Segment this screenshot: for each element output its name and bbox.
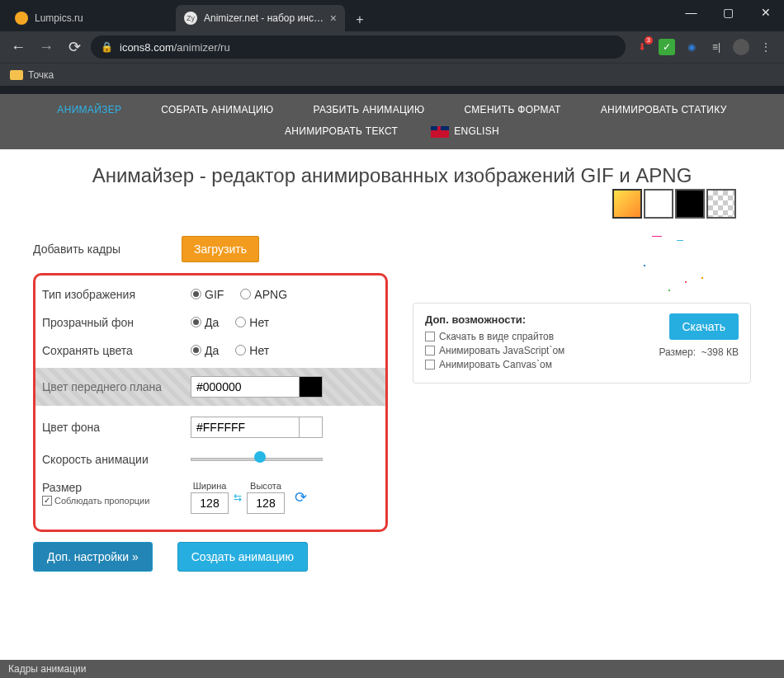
radio-apng[interactable] — [240, 289, 251, 299]
bookmark-folder-icon — [10, 70, 23, 80]
frames-footer: Кадры анимации — [0, 660, 784, 678]
browser-tab-lumpics[interactable]: Lumpics.ru — [7, 5, 176, 31]
label-add-frames: Добавить кадры — [33, 242, 182, 256]
extras-title: Доп. возможности: — [425, 313, 642, 326]
checkbox-canvas[interactable] — [425, 360, 435, 370]
profile-avatar[interactable] — [733, 39, 749, 55]
radio-apng-label: APNG — [254, 288, 287, 301]
refresh-size-icon[interactable]: ⟳ — [295, 488, 307, 506]
radio-no-label: Нет — [249, 316, 269, 329]
fg-color-swatch — [299, 377, 322, 397]
speed-slider[interactable] — [191, 453, 323, 466]
link-dimensions-icon[interactable]: ⇆ — [234, 492, 242, 503]
radio-colors-yes[interactable] — [191, 345, 201, 355]
forward-button[interactable]: → — [35, 35, 58, 59]
checkbox-canvas-label: Анимировать Canvas`ом — [439, 359, 552, 370]
swatch-gradient[interactable] — [612, 189, 642, 219]
reload-button[interactable]: ⟳ — [63, 35, 86, 59]
settings-highlight-box: Тип изображения GIF APNG Прозрачный фон … — [33, 273, 388, 532]
swatch-black[interactable] — [675, 189, 705, 219]
url-path: /animizer/ru — [174, 41, 230, 54]
radio-yes-label: Да — [205, 344, 219, 357]
swatch-white[interactable] — [644, 189, 673, 219]
nav-split[interactable]: РАЗБИТЬ АНИМАЦИЮ — [313, 104, 424, 115]
fg-color-field — [191, 376, 323, 398]
label-transparent-bg: Прозрачный фон — [42, 316, 191, 329]
height-header: Высота — [250, 481, 281, 491]
site-nav: АНИМАЙЗЕР СОБРАТЬ АНИМАЦИЮ РАЗБИТЬ АНИМА… — [0, 94, 784, 149]
url-host: icons8.com — [120, 41, 174, 54]
checkbox-js-label: Анимировать JavaScript`ом — [439, 345, 564, 356]
radio-transparent-yes[interactable] — [191, 317, 201, 327]
page-title: Анимайзер - редактор анимированных изобр… — [33, 164, 751, 187]
radio-yes-label: Да — [205, 316, 219, 329]
extras-panel: Доп. возможности: Скачать в виде спрайто… — [413, 303, 751, 384]
preview-swatches — [612, 189, 736, 219]
nav-convert[interactable]: СМЕНИТЬ ФОРМАТ — [464, 104, 560, 115]
radio-transparent-no[interactable] — [235, 317, 246, 327]
height-input[interactable] — [247, 492, 285, 514]
download-button[interactable]: Скачать — [669, 313, 739, 340]
flag-uk-icon — [431, 126, 449, 138]
checkbox-js[interactable] — [425, 346, 435, 355]
nav-animizer[interactable]: АНИМАЙЗЕР — [57, 104, 121, 115]
nav-anim-static[interactable]: АНИМИРОВАТЬ СТАТИКУ — [601, 104, 727, 115]
window-close[interactable]: ✕ — [747, 0, 784, 25]
new-tab-button[interactable]: + — [348, 8, 371, 31]
window-minimize[interactable]: — — [673, 0, 710, 25]
menu-button[interactable]: ⋮ — [758, 39, 774, 55]
checkbox-sprites[interactable] — [425, 332, 435, 341]
tab-close-icon[interactable]: × — [330, 12, 337, 25]
extension-list-icon[interactable]: ≡| — [708, 39, 725, 55]
extension-check-icon[interactable]: ✓ — [659, 39, 675, 55]
nav-assemble[interactable]: СОБРАТЬ АНИМАЦИЮ — [161, 104, 273, 115]
radio-no-label: Нет — [249, 344, 269, 357]
checkbox-sprites-label: Скачать в виде спрайтов — [439, 331, 554, 342]
animation-preview — [627, 232, 726, 306]
label-image-type: Тип изображения — [42, 288, 191, 301]
label-bg-color: Цвет фона — [42, 421, 191, 434]
back-button[interactable]: ← — [7, 35, 30, 59]
keep-proportions-label: Соблюдать пропорции — [54, 496, 149, 506]
more-settings-button[interactable]: Доп. настройки » — [33, 542, 153, 572]
width-header: Ширина — [193, 481, 227, 491]
bg-color-swatch[interactable] — [299, 417, 322, 437]
file-size-text: Размер: ~398 КВ — [659, 346, 739, 358]
tab-title: Lumpics.ru — [35, 12, 168, 24]
upload-button[interactable]: Загрузить — [182, 236, 259, 262]
label-speed: Скорость анимации — [42, 453, 191, 466]
label-size: Размер — [42, 481, 191, 494]
label-keep-colors: Сохранять цвета — [42, 344, 191, 357]
radio-gif[interactable] — [191, 289, 201, 299]
bg-color-input[interactable] — [191, 421, 299, 434]
radio-gif-label: GIF — [205, 288, 224, 301]
window-maximize[interactable]: ▢ — [710, 0, 747, 25]
swatch-transparent[interactable] — [706, 189, 736, 219]
nav-english[interactable]: ENGLISH — [431, 125, 499, 138]
address-bar[interactable]: 🔒 icons8.com/animizer/ru — [91, 35, 626, 59]
tab-title: Animizer.net - набор инструмент — [204, 12, 325, 24]
browser-tab-animizer[interactable]: Zy Animizer.net - набор инструмент × — [176, 5, 345, 31]
radio-colors-no[interactable] — [235, 345, 246, 355]
nav-anim-text[interactable]: АНИМИРОВАТЬ ТЕКСТ — [285, 125, 398, 138]
create-animation-button[interactable]: Создать анимацию — [177, 542, 308, 572]
extension-globe-icon[interactable]: ◉ — [683, 39, 700, 55]
bg-color-field[interactable] — [191, 417, 323, 438]
slider-thumb[interactable] — [254, 451, 266, 463]
bookmark-item[interactable]: Точка — [28, 69, 54, 81]
favicon — [15, 12, 28, 25]
keep-proportions-checkbox[interactable] — [42, 496, 52, 506]
lock-icon: 🔒 — [101, 41, 113, 53]
favicon: Zy — [184, 12, 197, 25]
label-fg-color: Цвет переднего плана — [42, 380, 191, 393]
extension-download-icon[interactable]: ⬇3 — [634, 39, 650, 55]
width-input[interactable] — [191, 492, 229, 514]
fg-color-input — [191, 380, 299, 393]
